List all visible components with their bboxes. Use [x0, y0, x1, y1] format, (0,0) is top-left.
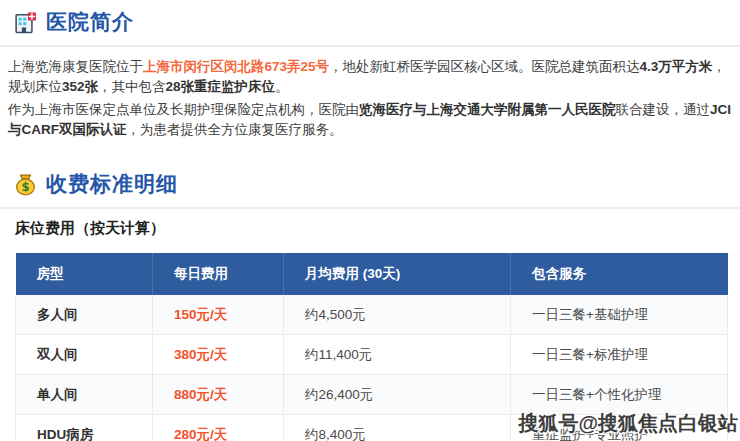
column-header: 房型	[16, 253, 153, 295]
text-segment: 352张	[62, 79, 98, 94]
intro-paragraph-2: 作为上海市医保定点单位及长期护理保险定点机构，医院由览海医疗与上海交通大学附属第…	[8, 100, 732, 140]
cell-daily: 880元/天	[153, 375, 284, 415]
cell-services: 一日三餐+个性化护理	[511, 375, 728, 415]
text-segment: 4.3万平方米	[640, 59, 713, 74]
text-segment: 28张重症监护床位	[166, 79, 276, 94]
article-page: 医院简介 上海览海康复医院位于上海市闵行区闵北路673弄25号，地处新虹桥医学园…	[0, 8, 740, 441]
cell-room: 单人间	[16, 375, 153, 415]
cell-services: 一日三餐+标准护理	[511, 335, 728, 375]
cell-monthly: 约8,400元	[284, 415, 511, 441]
text-segment: 览海医疗与上海交通大学附属第一人民医院	[359, 102, 616, 117]
cell-room: 双人间	[16, 335, 153, 375]
cell-daily: 380元/天	[153, 335, 284, 375]
text-segment: 联合建设，通过	[616, 102, 711, 117]
section-divider	[0, 45, 740, 47]
cell-monthly: 约11,400元	[284, 335, 511, 375]
watermark: 搜狐号@搜狐焦点白银站	[518, 410, 738, 437]
column-header: 包含服务	[511, 253, 728, 295]
hospital-icon	[14, 11, 37, 34]
table-row: 双人间380元/天约11,400元一日三餐+标准护理	[16, 335, 728, 375]
column-header: 月均费用 (30天)	[284, 253, 511, 295]
table-header-row: 房型每日费用月均费用 (30天)包含服务	[16, 253, 728, 295]
cell-monthly: 约4,500元	[284, 295, 511, 335]
column-header: 每日费用	[153, 253, 284, 295]
intro-section-header: 医院简介	[14, 8, 740, 36]
cell-daily: 280元/天	[153, 415, 284, 441]
fees-subtitle: 床位费用（按天计算）	[15, 219, 740, 238]
intro-paragraph-1: 上海览海康复医院位于上海市闵行区闵北路673弄25号，地处新虹桥医学园区核心区域…	[8, 57, 732, 97]
moneybag-icon: $	[14, 173, 37, 196]
text-segment: 作为上海市医保定点单位及长期护理保险定点机构，医院由	[8, 102, 359, 117]
table-row: 多人间150元/天约4,500元一日三餐+基础护理	[16, 295, 728, 335]
svg-text:$: $	[21, 180, 29, 194]
fees-section-header: $ 收费标准明细	[14, 170, 740, 198]
fees-title: 收费标准明细	[46, 170, 178, 198]
text-segment: ，为患者提供全方位康复医疗服务。	[127, 122, 343, 137]
cell-room: HDU病房	[16, 415, 153, 441]
section-divider	[0, 207, 740, 209]
cell-room: 多人间	[16, 295, 153, 335]
cell-monthly: 约26,400元	[284, 375, 511, 415]
text-segment: 上海市闵行区闵北路673弄25号	[143, 59, 329, 74]
cell-daily: 150元/天	[153, 295, 284, 335]
intro-title: 医院简介	[46, 8, 134, 36]
text-segment: ，地处新虹桥医学园区核心区域。医院总建筑面积达	[329, 59, 640, 74]
text-segment: 。	[275, 79, 289, 94]
text-segment: ，其中包含	[98, 79, 166, 94]
cell-services: 一日三餐+基础护理	[511, 295, 728, 335]
text-segment: 上海览海康复医院位于	[8, 59, 143, 74]
table-row: 单人间880元/天约26,400元一日三餐+个性化护理	[16, 375, 728, 415]
